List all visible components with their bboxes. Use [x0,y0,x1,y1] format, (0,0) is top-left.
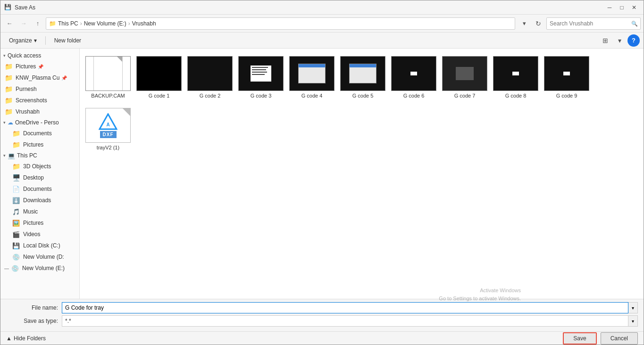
sidebar-item-documents-od[interactable]: 📁 Documents [0,128,79,139]
folder-icon-videos: 🎬 [12,230,20,238]
autocad-logo-svg: A [99,113,117,130]
dxf-badge: DXF [100,131,117,138]
forward-button[interactable]: → [17,17,30,30]
cancel-button[interactable]: Cancel [601,332,638,345]
sidebar-item-new-volume-e[interactable]: — 💿 New Volume (E:) [0,263,79,274]
sidebar-item-desktop[interactable]: 🖥️ Desktop [0,172,79,183]
sidebar-item-purnesh[interactable]: 📁 Purnesh [0,83,79,95]
filename-label: File name: [6,304,58,311]
filename-dropdown-button[interactable]: ▾ [628,302,638,313]
sidebar-onedrive-header[interactable]: ▾ ☁ OneDrive - Perso [0,117,79,128]
close-button[interactable]: ✕ [628,2,640,13]
g8-white-box [512,72,519,75]
sidebar-item-new-volume-d[interactable]: 💿 New Volume (D: [0,251,79,263]
sidebar-item-pictures-pc[interactable]: 🖼️ Pictures [0,217,79,229]
g5-content-wrapper [341,57,385,90]
new-folder-button[interactable]: New folder [50,34,86,47]
file-thumbnail-backup-cam [85,56,131,91]
folder-icon-pictures: 📁 [4,62,13,71]
sidebar-item-documents-pc[interactable]: 📄 Documents [0,183,79,195]
file-thumbnail-g-code-8 [493,56,538,91]
minimize-button[interactable]: ─ [604,2,615,13]
sidebar-item-3d-objects[interactable]: 📁 3D Objects [0,161,79,172]
savetype-dropdown-button[interactable]: ▾ [628,315,638,327]
file-thumbnail-g-code-5 [340,56,385,91]
file-item-g-code-3[interactable]: G code 3 [237,53,284,101]
svg-text:A: A [106,122,109,127]
sidebar-label-pictures-pc: Pictures [23,220,43,226]
sidebar-item-videos[interactable]: 🎬 Videos [0,229,79,240]
file-item-g-code-4[interactable]: G code 4 [288,53,335,101]
onedrive-icon: ☁ [8,119,13,126]
new-folder-label: New folder [54,37,81,44]
back-button[interactable]: ← [3,17,16,30]
file-item-g-code-6[interactable]: G code 6 [390,53,437,101]
thispc-label: This PC [17,152,37,159]
save-button[interactable]: Save [563,332,596,345]
file-item-g-code-9[interactable]: G code 9 [543,53,590,101]
sidebar-label-pictures: Pictures [16,63,36,70]
drive-icon-c: 💾 [12,241,20,250]
sidebar-label-new-volume-d: New Volume (D: [23,254,64,260]
help-button[interactable]: ? [627,34,640,47]
sidebar-item-pictures[interactable]: 📁 Pictures 📌 [0,61,79,72]
g4-window [298,64,326,83]
file-item-g-code-2[interactable]: G code 2 [186,53,234,101]
sidebar-item-vrushabh[interactable]: 📁 Vrushabh [0,106,79,117]
search-input[interactable] [546,17,641,30]
savetype-row: Save as type: ▾ [6,315,638,327]
sidebar-label-desktop: Desktop [23,174,44,181]
file-item-g-code-5[interactable]: G code 5 [339,53,386,101]
g8-content-wrapper [493,57,538,90]
breadcrumb-dropdown-button[interactable]: ▾ [518,17,530,30]
maximize-button[interactable]: □ [616,2,627,13]
sidebar-label-vrushabh: Vrushabh [16,108,40,115]
view-dropdown-button[interactable]: ▾ [613,34,626,47]
sidebar-item-local-disk-c[interactable]: 💾 Local Disk (C:) [0,240,79,251]
file-thumbnail-g-code-7 [442,56,487,91]
g5-body [350,67,376,83]
g3-line1 [252,67,268,68]
view-button[interactable]: ⊞ [599,34,611,47]
sidebar-item-downloads[interactable]: ⬇️ Downloads [0,195,79,206]
savetype-label: Save as type: [6,318,58,324]
sidebar-label-downloads: Downloads [23,197,51,204]
file-label-g-code-2: G code 2 [200,93,221,99]
sidebar-item-pictures-od[interactable]: 📁 Pictures [0,139,79,150]
sidebar-item-music[interactable]: 🎵 Music [0,206,79,217]
up-button[interactable]: ↑ [32,17,44,30]
folder-icon-3d-objects: 📁 [12,162,20,171]
file-thumbnail-g-code-2 [187,56,233,91]
sidebar-item-knw[interactable]: 📁 KNW_Plasma Cu 📌 [0,72,79,83]
file-thumbnail-g-code-1 [136,56,182,91]
file-item-g-code-7[interactable]: G code 7 [441,53,488,101]
file-label-g-code-4: G code 4 [301,93,323,99]
organize-button[interactable]: Organize ▾ [4,34,42,47]
breadcrumb-new-volume-e[interactable]: New Volume (E:) [84,20,126,27]
search-icon: 🔍 [631,20,638,26]
breadcrumb-vrushabh[interactable]: Vrushabh [132,20,156,27]
sidebar-item-screenshots[interactable]: 📁 Screenshots [0,95,79,106]
file-area: BACKUP.CAM G code 1 G code 2 [80,49,644,299]
g4-body [299,67,325,83]
sidebar-label-purnesh: Purnesh [16,86,37,92]
hide-folders-button[interactable]: ▲ Hide Folders [6,335,46,342]
g3-content-wrapper [239,57,283,90]
g6-content-wrapper [392,57,436,90]
thispc-arrow: ▾ [3,153,6,158]
sidebar-quick-access-header[interactable]: ▾ Quick access [0,50,79,61]
search-wrapper: 🔍 [546,17,641,30]
breadcrumb[interactable]: 📁 This PC › New Volume (E:) › Vrushabh [46,17,515,30]
sidebar-thispc-header[interactable]: ▾ 💻 This PC [0,150,79,161]
filename-input[interactable] [62,302,628,313]
file-item-trayv2[interactable]: A DXF trayV2 (1) [84,105,132,153]
file-label-g-code-6: G code 6 [403,93,425,99]
file-item-g-code-8[interactable]: G code 8 [492,53,539,101]
savetype-input[interactable] [62,315,628,327]
refresh-button[interactable]: ↻ [532,17,544,30]
folder-icon-desktop: 🖥️ [12,173,20,182]
breadcrumb-this-pc[interactable]: This PC [58,20,78,27]
file-item-g-code-1[interactable]: G code 1 [135,53,183,101]
collapse-icon-e: — [4,266,9,271]
file-item-backup-cam[interactable]: BACKUP.CAM [84,53,132,101]
